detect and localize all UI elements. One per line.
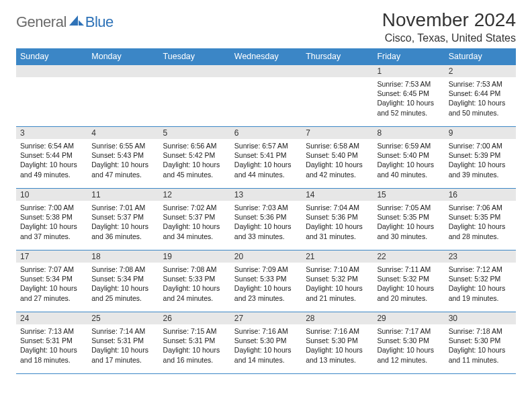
day-cell: 1Sunrise: 7:53 AMSunset: 6:45 PMDaylight… [373,65,444,127]
day-content: Sunrise: 7:01 AMSunset: 5:37 PMDaylight:… [87,201,159,244]
daylight-text: Daylight: 10 hours and 11 minutes. [449,345,512,364]
sunset-text: Sunset: 5:37 PM [91,212,154,222]
empty-day-bar [87,65,159,77]
day-number: 24 [16,312,87,324]
day-number: 5 [159,127,230,139]
sunset-text: Sunset: 5:31 PM [91,336,154,345]
day-number: 15 [373,189,444,201]
day-content: Sunrise: 7:16 AMSunset: 5:30 PMDaylight:… [230,324,302,367]
sunrise-text: Sunrise: 7:10 AM [306,265,369,274]
logo: General Blue [16,13,114,31]
daylight-text: Daylight: 10 hours and 28 minutes. [449,222,512,240]
day-content: Sunrise: 6:54 AMSunset: 5:44 PMDaylight:… [16,139,87,182]
sunset-text: Sunset: 5:32 PM [449,274,512,283]
sunset-text: Sunset: 5:35 PM [449,212,512,222]
logo-text-blue: Blue [85,13,114,31]
sunset-text: Sunset: 5:30 PM [306,336,369,345]
day-content: Sunrise: 7:12 AMSunset: 5:32 PMDaylight:… [445,263,516,306]
day-number: 16 [445,189,516,201]
sunrise-text: Sunrise: 7:03 AM [234,203,298,212]
day-content: Sunrise: 7:14 AMSunset: 5:31 PMDaylight:… [87,324,159,367]
daylight-text: Daylight: 10 hours and 20 minutes. [377,283,440,302]
sunrise-text: Sunrise: 7:05 AM [377,203,440,212]
day-number: 6 [230,127,302,139]
sunset-text: Sunset: 5:32 PM [306,274,369,283]
sunrise-text: Sunrise: 6:58 AM [306,141,369,150]
daylight-text: Daylight: 10 hours and 21 minutes. [306,283,369,302]
day-cell: 10Sunrise: 7:00 AMSunset: 5:38 PMDayligh… [16,189,87,250]
day-content: Sunrise: 7:08 AMSunset: 5:33 PMDaylight:… [159,263,230,306]
day-cell: 7Sunrise: 6:58 AMSunset: 5:40 PMDaylight… [302,127,373,189]
calendar-table: Sunday Monday Tuesday Wednesday Thursday… [16,48,516,374]
sunrise-text: Sunrise: 6:54 AM [20,141,83,150]
sunrise-text: Sunrise: 7:16 AM [306,326,369,336]
day-content: Sunrise: 6:55 AMSunset: 5:43 PMDaylight:… [87,139,159,182]
day-content: Sunrise: 7:10 AMSunset: 5:32 PMDaylight:… [302,263,373,306]
day-cell: 17Sunrise: 7:07 AMSunset: 5:34 PMDayligh… [16,250,87,312]
day-number: 22 [373,250,444,263]
day-content: Sunrise: 7:03 AMSunset: 5:36 PMDaylight:… [230,201,302,244]
day-number: 26 [159,312,230,324]
logo-sail-icon [69,14,84,29]
day-cell [230,65,302,127]
sunset-text: Sunset: 5:30 PM [234,336,298,345]
day-cell: 4Sunrise: 6:55 AMSunset: 5:43 PMDaylight… [87,127,159,189]
daylight-text: Daylight: 10 hours and 45 minutes. [163,160,226,179]
sunrise-text: Sunrise: 7:17 AM [377,326,440,336]
day-content: Sunrise: 7:09 AMSunset: 5:33 PMDaylight:… [230,263,302,306]
day-number: 1 [373,65,444,77]
day-content: Sunrise: 7:16 AMSunset: 5:30 PMDaylight:… [302,324,373,367]
day-content: Sunrise: 6:56 AMSunset: 5:42 PMDaylight:… [159,139,230,182]
svg-marker-0 [69,15,78,26]
sunrise-text: Sunrise: 7:53 AM [377,79,440,89]
daylight-text: Daylight: 10 hours and 39 minutes. [449,160,512,179]
day-content: Sunrise: 7:04 AMSunset: 5:36 PMDaylight:… [302,201,373,244]
day-content: Sunrise: 7:06 AMSunset: 5:35 PMDaylight:… [445,201,516,244]
sunset-text: Sunset: 5:32 PM [377,274,440,283]
daylight-text: Daylight: 10 hours and 33 minutes. [234,222,298,240]
day-number: 27 [230,312,302,324]
daylight-text: Daylight: 10 hours and 50 minutes. [449,98,512,117]
daylight-text: Daylight: 10 hours and 34 minutes. [163,222,226,240]
day-cell: 3Sunrise: 6:54 AMSunset: 5:44 PMDaylight… [16,127,87,189]
daylight-text: Daylight: 10 hours and 52 minutes. [377,98,440,117]
weekday-header-row: Sunday Monday Tuesday Wednesday Thursday… [16,48,516,65]
daylight-text: Daylight: 10 hours and 12 minutes. [377,345,440,364]
day-cell: 9Sunrise: 7:00 AMSunset: 5:39 PMDaylight… [445,127,516,189]
sunset-text: Sunset: 5:37 PM [163,212,226,222]
empty-day-bar [159,65,230,77]
day-number: 30 [445,312,516,324]
daylight-text: Daylight: 10 hours and 17 minutes. [91,345,154,364]
day-cell: 27Sunrise: 7:16 AMSunset: 5:30 PMDayligh… [230,312,302,374]
day-cell: 2Sunrise: 7:53 AMSunset: 6:44 PMDaylight… [445,65,516,127]
day-cell: 11Sunrise: 7:01 AMSunset: 5:37 PMDayligh… [87,189,159,250]
location: Cisco, Texas, United States [382,32,516,44]
empty-day-bar [302,65,373,77]
sunset-text: Sunset: 5:44 PM [20,150,83,160]
sunset-text: Sunset: 5:43 PM [91,150,154,160]
weekday-header: Saturday [445,48,516,65]
daylight-text: Daylight: 10 hours and 40 minutes. [377,160,440,179]
day-number: 13 [230,189,302,201]
sunrise-text: Sunrise: 6:56 AM [163,141,226,150]
day-content: Sunrise: 7:07 AMSunset: 5:34 PMDaylight:… [16,263,87,306]
day-content: Sunrise: 6:57 AMSunset: 5:41 PMDaylight:… [230,139,302,182]
day-number: 3 [16,127,87,139]
daylight-text: Daylight: 10 hours and 37 minutes. [20,222,83,240]
sunset-text: Sunset: 5:34 PM [91,274,154,283]
weekday-header: Monday [87,48,159,65]
day-content: Sunrise: 7:11 AMSunset: 5:32 PMDaylight:… [373,263,444,306]
calendar-week-row: 1Sunrise: 7:53 AMSunset: 6:45 PMDaylight… [16,65,516,127]
svg-marker-1 [79,20,84,26]
sunrise-text: Sunrise: 7:00 AM [449,141,512,150]
day-number: 25 [87,312,159,324]
day-number: 4 [87,127,159,139]
header: General Blue November 2024 Cisco, Texas,… [16,9,516,44]
sunset-text: Sunset: 5:31 PM [163,336,226,345]
day-content: Sunrise: 7:53 AMSunset: 6:44 PMDaylight:… [445,77,516,120]
day-content: Sunrise: 7:18 AMSunset: 5:30 PMDaylight:… [445,324,516,367]
day-number: 9 [445,127,516,139]
sunset-text: Sunset: 5:38 PM [20,212,83,222]
sunrise-text: Sunrise: 7:13 AM [20,326,83,336]
weekday-header: Thursday [302,48,373,65]
